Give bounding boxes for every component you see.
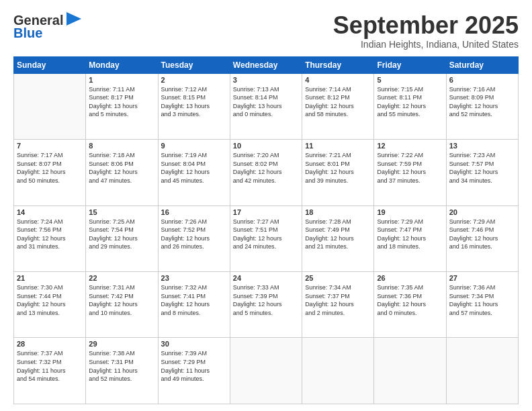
day-info: Sunrise: 7:13 AM Sunset: 8:14 PM Dayligh… [233,85,299,119]
day-info: Sunrise: 7:11 AM Sunset: 8:17 PM Dayligh… [89,85,154,119]
day-number: 12 [377,142,443,150]
table-row: 29Sunrise: 7:38 AM Sunset: 7:31 PM Dayli… [86,338,158,404]
day-number: 19 [377,208,443,216]
table-row: 27Sunrise: 7:36 AM Sunset: 7:34 PM Dayli… [446,272,518,338]
day-info: Sunrise: 7:24 AM Sunset: 7:56 PM Dayligh… [17,218,83,251]
day-info: Sunrise: 7:39 AM Sunset: 7:29 PM Dayligh… [161,349,227,383]
table-row: 23Sunrise: 7:32 AM Sunset: 7:41 PM Dayli… [158,272,230,338]
col-saturday: Saturday [446,56,518,73]
day-number: 8 [89,142,154,150]
table-row: 4Sunrise: 7:14 AM Sunset: 8:12 PM Daylig… [302,73,374,139]
table-row: 25Sunrise: 7:34 AM Sunset: 7:37 PM Dayli… [302,272,374,338]
table-row: 14Sunrise: 7:24 AM Sunset: 7:56 PM Dayli… [14,205,86,271]
day-info: Sunrise: 7:17 AM Sunset: 8:07 PM Dayligh… [17,151,83,185]
page-header: General Blue September 2025 Indian Heigh… [13,12,519,50]
table-row: 12Sunrise: 7:22 AM Sunset: 7:59 PM Dayli… [374,140,446,205]
day-number: 22 [89,274,154,282]
table-row: 16Sunrise: 7:26 AM Sunset: 7:52 PM Dayli… [158,205,230,271]
calendar-page: General Blue September 2025 Indian Heigh… [0,0,532,411]
table-row [446,338,518,404]
day-number: 29 [89,340,154,348]
day-number: 25 [305,274,371,282]
col-sunday: Sunday [14,56,86,73]
table-row: 24Sunrise: 7:33 AM Sunset: 7:39 PM Dayli… [230,272,302,338]
day-number: 30 [161,340,227,348]
day-number: 17 [233,208,299,216]
day-number: 15 [89,208,154,216]
table-row: 1Sunrise: 7:11 AM Sunset: 8:17 PM Daylig… [86,73,158,139]
day-number: 3 [233,76,299,84]
day-info: Sunrise: 7:33 AM Sunset: 7:39 PM Dayligh… [233,283,299,317]
table-row [374,338,446,404]
table-row: 8Sunrise: 7:18 AM Sunset: 8:06 PM Daylig… [86,140,158,205]
table-row [14,73,86,139]
day-info: Sunrise: 7:21 AM Sunset: 8:01 PM Dayligh… [305,151,371,185]
day-info: Sunrise: 7:18 AM Sunset: 8:06 PM Dayligh… [89,151,154,185]
day-number: 10 [233,142,299,150]
table-row: 30Sunrise: 7:39 AM Sunset: 7:29 PM Dayli… [158,338,230,404]
day-number: 21 [17,274,83,282]
logo-text-blue: Blue [13,26,42,41]
table-row [302,338,374,404]
table-row: 9Sunrise: 7:19 AM Sunset: 8:04 PM Daylig… [158,140,230,205]
table-row: 22Sunrise: 7:31 AM Sunset: 7:42 PM Dayli… [86,272,158,338]
day-number: 13 [449,142,515,150]
day-number: 24 [233,274,299,282]
table-row: 19Sunrise: 7:29 AM Sunset: 7:47 PM Dayli… [374,205,446,271]
day-info: Sunrise: 7:29 AM Sunset: 7:47 PM Dayligh… [377,218,443,251]
day-number: 20 [449,208,515,216]
col-tuesday: Tuesday [158,56,230,73]
table-row: 2Sunrise: 7:12 AM Sunset: 8:15 PM Daylig… [158,73,230,139]
day-number: 6 [449,76,515,84]
day-info: Sunrise: 7:23 AM Sunset: 7:57 PM Dayligh… [449,151,515,185]
day-number: 7 [17,142,83,150]
table-row: 7Sunrise: 7:17 AM Sunset: 8:07 PM Daylig… [14,140,86,205]
day-number: 5 [377,76,443,84]
table-row: 21Sunrise: 7:30 AM Sunset: 7:44 PM Dayli… [14,272,86,338]
table-row: 18Sunrise: 7:28 AM Sunset: 7:49 PM Dayli… [302,205,374,271]
calendar-header-row: Sunday Monday Tuesday Wednesday Thursday… [14,56,519,73]
day-info: Sunrise: 7:34 AM Sunset: 7:37 PM Dayligh… [305,283,371,317]
day-number: 1 [89,76,154,84]
location-subtitle: Indian Heights, Indiana, United States [333,39,519,50]
table-row: 28Sunrise: 7:37 AM Sunset: 7:32 PM Dayli… [14,338,86,404]
table-row: 13Sunrise: 7:23 AM Sunset: 7:57 PM Dayli… [446,140,518,205]
day-info: Sunrise: 7:14 AM Sunset: 8:12 PM Dayligh… [305,85,371,119]
title-section: September 2025 Indian Heights, Indiana, … [333,12,519,50]
day-info: Sunrise: 7:25 AM Sunset: 7:54 PM Dayligh… [89,218,154,251]
calendar-week-row: 7Sunrise: 7:17 AM Sunset: 8:07 PM Daylig… [14,140,519,205]
day-info: Sunrise: 7:32 AM Sunset: 7:41 PM Dayligh… [161,283,227,317]
calendar-table: Sunday Monday Tuesday Wednesday Thursday… [13,56,519,404]
svg-marker-0 [66,12,81,26]
day-info: Sunrise: 7:26 AM Sunset: 7:52 PM Dayligh… [161,218,227,251]
day-number: 9 [161,142,227,150]
day-info: Sunrise: 7:12 AM Sunset: 8:15 PM Dayligh… [161,85,227,119]
day-info: Sunrise: 7:37 AM Sunset: 7:32 PM Dayligh… [17,349,83,383]
day-number: 23 [161,274,227,282]
day-info: Sunrise: 7:29 AM Sunset: 7:46 PM Dayligh… [449,218,515,251]
calendar-week-row: 1Sunrise: 7:11 AM Sunset: 8:17 PM Daylig… [14,73,519,139]
calendar-week-row: 28Sunrise: 7:37 AM Sunset: 7:32 PM Dayli… [14,338,519,404]
logo: General Blue [13,12,81,41]
day-info: Sunrise: 7:20 AM Sunset: 8:02 PM Dayligh… [233,151,299,185]
day-number: 27 [449,274,515,282]
table-row: 17Sunrise: 7:27 AM Sunset: 7:51 PM Dayli… [230,205,302,271]
day-number: 16 [161,208,227,216]
day-info: Sunrise: 7:28 AM Sunset: 7:49 PM Dayligh… [305,218,371,251]
day-info: Sunrise: 7:22 AM Sunset: 7:59 PM Dayligh… [377,151,443,185]
day-info: Sunrise: 7:15 AM Sunset: 8:11 PM Dayligh… [377,85,443,119]
day-info: Sunrise: 7:30 AM Sunset: 7:44 PM Dayligh… [17,283,83,317]
day-number: 18 [305,208,371,216]
table-row: 11Sunrise: 7:21 AM Sunset: 8:01 PM Dayli… [302,140,374,205]
day-number: 28 [17,340,83,348]
day-number: 11 [305,142,371,150]
calendar-week-row: 21Sunrise: 7:30 AM Sunset: 7:44 PM Dayli… [14,272,519,338]
col-wednesday: Wednesday [230,56,302,73]
day-number: 4 [305,76,371,84]
day-info: Sunrise: 7:16 AM Sunset: 8:09 PM Dayligh… [449,85,515,119]
day-info: Sunrise: 7:19 AM Sunset: 8:04 PM Dayligh… [161,151,227,185]
day-info: Sunrise: 7:27 AM Sunset: 7:51 PM Dayligh… [233,218,299,251]
day-info: Sunrise: 7:31 AM Sunset: 7:42 PM Dayligh… [89,283,154,317]
col-thursday: Thursday [302,56,374,73]
table-row [230,338,302,404]
